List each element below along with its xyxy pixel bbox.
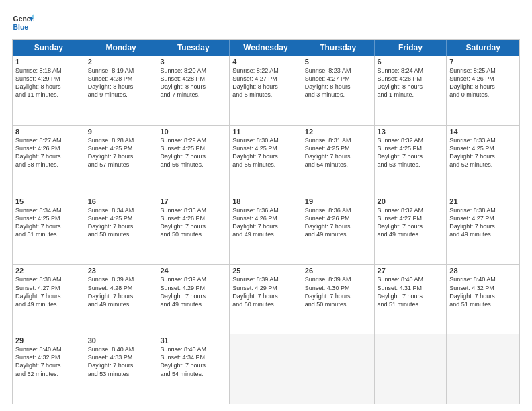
day-info: Sunrise: 8:27 AM Sunset: 4:26 PM Dayligh… xyxy=(15,136,82,169)
cal-cell: 27Sunrise: 8:40 AM Sunset: 4:31 PM Dayli… xyxy=(375,265,447,334)
cal-cell: 22Sunrise: 8:38 AM Sunset: 4:27 PM Dayli… xyxy=(13,265,85,334)
day-info: Sunrise: 8:23 AM Sunset: 4:27 PM Dayligh… xyxy=(305,66,371,99)
day-info: Sunrise: 8:36 AM Sunset: 4:26 PM Dayligh… xyxy=(232,206,299,239)
cal-cell: 7Sunrise: 8:25 AM Sunset: 4:26 PM Daylig… xyxy=(447,56,519,125)
day-number: 7 xyxy=(449,58,517,66)
day-header-thursday: Thursday xyxy=(302,40,375,56)
day-number: 18 xyxy=(232,197,299,205)
cal-cell: 2Sunrise: 8:19 AM Sunset: 4:28 PM Daylig… xyxy=(85,56,158,125)
week-row-1: 1Sunrise: 8:18 AM Sunset: 4:29 PM Daylig… xyxy=(13,56,519,125)
day-number: 17 xyxy=(160,197,226,205)
day-number: 21 xyxy=(449,197,517,205)
day-info: Sunrise: 8:40 AM Sunset: 4:32 PM Dayligh… xyxy=(449,275,517,308)
cal-cell: 14Sunrise: 8:33 AM Sunset: 4:25 PM Dayli… xyxy=(447,126,519,195)
day-info: Sunrise: 8:34 AM Sunset: 4:25 PM Dayligh… xyxy=(88,206,154,239)
day-number: 1 xyxy=(15,58,82,66)
cal-cell: 17Sunrise: 8:35 AM Sunset: 4:26 PM Dayli… xyxy=(157,195,230,265)
day-number: 8 xyxy=(15,128,82,136)
calendar-body: 1Sunrise: 8:18 AM Sunset: 4:29 PM Daylig… xyxy=(13,56,519,404)
day-info: Sunrise: 8:35 AM Sunset: 4:26 PM Dayligh… xyxy=(160,206,226,239)
day-number: 25 xyxy=(232,267,299,275)
week-row-2: 8Sunrise: 8:27 AM Sunset: 4:26 PM Daylig… xyxy=(13,125,519,195)
day-number: 28 xyxy=(449,267,517,275)
cal-cell: 28Sunrise: 8:40 AM Sunset: 4:32 PM Dayli… xyxy=(447,265,519,334)
day-info: Sunrise: 8:20 AM Sunset: 4:28 PM Dayligh… xyxy=(160,66,226,99)
day-number: 3 xyxy=(160,58,226,66)
day-number: 30 xyxy=(88,336,154,345)
page: General Blue SundayMondayTuesdayWednesda… xyxy=(0,0,532,411)
day-info: Sunrise: 8:28 AM Sunset: 4:25 PM Dayligh… xyxy=(88,136,154,169)
cal-cell: 3Sunrise: 8:20 AM Sunset: 4:28 PM Daylig… xyxy=(157,56,230,125)
cal-cell: 23Sunrise: 8:39 AM Sunset: 4:28 PM Dayli… xyxy=(85,265,158,334)
day-number: 15 xyxy=(15,197,82,205)
day-info: Sunrise: 8:38 AM Sunset: 4:27 PM Dayligh… xyxy=(15,275,82,308)
day-number: 2 xyxy=(88,58,154,66)
cal-cell: 20Sunrise: 8:37 AM Sunset: 4:27 PM Dayli… xyxy=(375,195,447,265)
svg-text:Blue: Blue xyxy=(13,24,29,31)
day-info: Sunrise: 8:32 AM Sunset: 4:25 PM Dayligh… xyxy=(378,136,444,169)
cal-cell xyxy=(302,334,375,404)
cal-cell: 13Sunrise: 8:32 AM Sunset: 4:25 PM Dayli… xyxy=(375,126,447,195)
logo: General Blue xyxy=(12,12,34,34)
calendar-header: SundayMondayTuesdayWednesdayThursdayFrid… xyxy=(13,40,519,56)
cal-cell: 5Sunrise: 8:23 AM Sunset: 4:27 PM Daylig… xyxy=(302,56,375,125)
cal-cell: 21Sunrise: 8:38 AM Sunset: 4:27 PM Dayli… xyxy=(447,195,519,265)
day-header-friday: Friday xyxy=(375,40,447,56)
day-info: Sunrise: 8:39 AM Sunset: 4:28 PM Dayligh… xyxy=(88,275,154,308)
day-info: Sunrise: 8:40 AM Sunset: 4:33 PM Dayligh… xyxy=(88,345,154,378)
day-number: 26 xyxy=(305,267,371,275)
day-info: Sunrise: 8:39 AM Sunset: 4:29 PM Dayligh… xyxy=(232,275,299,308)
cal-cell: 26Sunrise: 8:39 AM Sunset: 4:30 PM Dayli… xyxy=(302,265,375,334)
day-number: 22 xyxy=(15,267,82,275)
cal-cell: 15Sunrise: 8:34 AM Sunset: 4:25 PM Dayli… xyxy=(13,195,85,265)
day-number: 4 xyxy=(232,58,299,66)
day-number: 23 xyxy=(88,267,154,275)
cal-cell: 8Sunrise: 8:27 AM Sunset: 4:26 PM Daylig… xyxy=(13,126,85,195)
day-header-tuesday: Tuesday xyxy=(157,40,230,56)
cal-cell: 19Sunrise: 8:36 AM Sunset: 4:26 PM Dayli… xyxy=(302,195,375,265)
week-row-3: 15Sunrise: 8:34 AM Sunset: 4:25 PM Dayli… xyxy=(13,195,519,265)
day-info: Sunrise: 8:38 AM Sunset: 4:27 PM Dayligh… xyxy=(449,206,517,239)
day-info: Sunrise: 8:39 AM Sunset: 4:30 PM Dayligh… xyxy=(305,275,371,308)
day-info: Sunrise: 8:18 AM Sunset: 4:29 PM Dayligh… xyxy=(15,66,82,99)
cal-cell: 29Sunrise: 8:40 AM Sunset: 4:32 PM Dayli… xyxy=(13,334,85,404)
day-info: Sunrise: 8:36 AM Sunset: 4:26 PM Dayligh… xyxy=(305,206,371,239)
cal-cell: 9Sunrise: 8:28 AM Sunset: 4:25 PM Daylig… xyxy=(85,126,158,195)
week-row-5: 29Sunrise: 8:40 AM Sunset: 4:32 PM Dayli… xyxy=(13,334,519,404)
day-info: Sunrise: 8:19 AM Sunset: 4:28 PM Dayligh… xyxy=(88,66,154,99)
cal-cell: 1Sunrise: 8:18 AM Sunset: 4:29 PM Daylig… xyxy=(13,56,85,125)
cal-cell: 24Sunrise: 8:39 AM Sunset: 4:29 PM Dayli… xyxy=(157,265,230,334)
day-info: Sunrise: 8:25 AM Sunset: 4:26 PM Dayligh… xyxy=(449,66,517,99)
day-info: Sunrise: 8:40 AM Sunset: 4:34 PM Dayligh… xyxy=(160,345,226,378)
day-header-monday: Monday xyxy=(85,40,158,56)
cal-cell: 25Sunrise: 8:39 AM Sunset: 4:29 PM Dayli… xyxy=(230,265,302,334)
day-info: Sunrise: 8:30 AM Sunset: 4:25 PM Dayligh… xyxy=(232,136,299,169)
day-number: 20 xyxy=(378,197,444,205)
logo-icon: General Blue xyxy=(12,12,34,34)
day-number: 31 xyxy=(160,336,226,345)
day-info: Sunrise: 8:37 AM Sunset: 4:27 PM Dayligh… xyxy=(378,206,444,239)
cal-cell: 12Sunrise: 8:31 AM Sunset: 4:25 PM Dayli… xyxy=(302,126,375,195)
day-number: 29 xyxy=(15,336,82,345)
day-number: 19 xyxy=(305,197,371,205)
cal-cell xyxy=(230,334,302,404)
day-header-saturday: Saturday xyxy=(447,40,519,56)
day-info: Sunrise: 8:34 AM Sunset: 4:25 PM Dayligh… xyxy=(15,206,82,239)
day-number: 24 xyxy=(160,267,226,275)
day-info: Sunrise: 8:33 AM Sunset: 4:25 PM Dayligh… xyxy=(449,136,517,169)
cal-cell: 30Sunrise: 8:40 AM Sunset: 4:33 PM Dayli… xyxy=(85,334,158,404)
week-row-4: 22Sunrise: 8:38 AM Sunset: 4:27 PM Dayli… xyxy=(13,264,519,334)
day-header-sunday: Sunday xyxy=(13,40,85,56)
calendar: SundayMondayTuesdayWednesdayThursdayFrid… xyxy=(12,39,520,404)
cal-cell xyxy=(447,334,519,404)
day-number: 9 xyxy=(88,128,154,136)
cal-cell: 18Sunrise: 8:36 AM Sunset: 4:26 PM Dayli… xyxy=(230,195,302,265)
day-info: Sunrise: 8:40 AM Sunset: 4:31 PM Dayligh… xyxy=(378,275,444,308)
day-info: Sunrise: 8:40 AM Sunset: 4:32 PM Dayligh… xyxy=(15,345,82,378)
cal-cell: 10Sunrise: 8:29 AM Sunset: 4:25 PM Dayli… xyxy=(157,126,230,195)
cal-cell xyxy=(375,334,447,404)
day-number: 16 xyxy=(88,197,154,205)
day-number: 27 xyxy=(378,267,444,275)
day-info: Sunrise: 8:39 AM Sunset: 4:29 PM Dayligh… xyxy=(160,275,226,308)
day-number: 12 xyxy=(305,128,371,136)
